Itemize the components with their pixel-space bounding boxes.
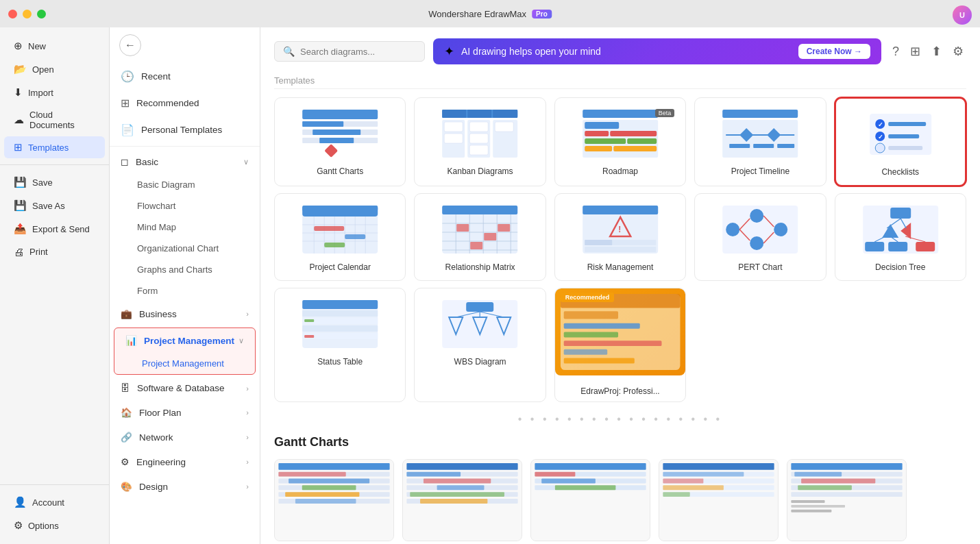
basic-chevron: ∨ — [243, 158, 249, 166]
template-row-1: Gantt Charts — [274, 97, 966, 186]
svg-rect-128 — [563, 358, 634, 364]
left-panel-recent[interactable]: 🕒 Recent — [110, 63, 260, 90]
svg-rect-11 — [493, 110, 518, 118]
section-engineering[interactable]: ⚙ Engineering › — [110, 449, 260, 474]
ai-banner[interactable]: ✦ AI drawing helps open your mind Create… — [433, 38, 881, 64]
settings-icon[interactable]: ⚙ — [950, 41, 966, 62]
cloud-icon: ☁ — [14, 114, 24, 126]
gantt-thumb-4[interactable] — [659, 459, 779, 541]
svg-rect-41 — [888, 122, 926, 126]
svg-rect-49 — [302, 206, 378, 211]
svg-point-87 — [750, 236, 763, 250]
search-box[interactable]: 🔍 — [274, 41, 425, 62]
svg-rect-112 — [304, 319, 314, 322]
sub-mindmap[interactable]: Mind Map — [110, 217, 260, 238]
template-edrawproj[interactable]: Recommended EdrawProj: Professi... — [554, 288, 686, 402]
template-checklists[interactable]: ✓ ✓ Checklists — [835, 97, 966, 186]
section-project[interactable]: 📊 Project Management ∨ — [114, 328, 255, 353]
close-button[interactable] — [8, 10, 17, 18]
svg-rect-13 — [445, 122, 463, 132]
template-calendar[interactable]: Project Calendar — [274, 193, 406, 281]
saveas-icon: 💾 — [14, 199, 27, 212]
sidebar-item-import[interactable]: ⬇ Import — [4, 82, 105, 103]
left-panel-personal[interactable]: 📄 Personal Templates — [110, 116, 260, 143]
calendar-img — [283, 202, 397, 257]
network-icon: 🔗 — [121, 432, 132, 443]
pert-title: PERT Chart — [738, 262, 782, 272]
recent-icon: 🕒 — [121, 70, 134, 83]
floorplan-chevron: › — [246, 408, 249, 417]
svg-rect-109 — [302, 325, 378, 332]
sidebar-item-cloud[interactable]: ☁ Cloud Documents — [4, 105, 105, 135]
main-content: 🔍 ✦ AI drawing helps open your mind Crea… — [260, 27, 980, 544]
sidebar-item-open[interactable]: 📂 Open — [4, 58, 105, 80]
svg-rect-27 — [627, 138, 657, 144]
minimize-button[interactable] — [23, 10, 32, 18]
svg-rect-82 — [585, 240, 612, 245]
section-basic[interactable]: ◻ Basic ∨ — [110, 149, 260, 174]
sub-flowchart[interactable]: Flowchart — [110, 195, 260, 217]
section-network[interactable]: 🔗 Network › — [110, 425, 260, 449]
svg-rect-162 — [663, 463, 774, 470]
gantt-thumb-3[interactable] — [530, 459, 650, 541]
template-roadmap[interactable]: Beta Roadmap — [554, 97, 686, 186]
risk-img: ! — [563, 202, 677, 257]
template-decision[interactable]: Decision Tree — [835, 193, 966, 281]
svg-rect-158 — [541, 478, 596, 483]
roadmap-img: Beta — [563, 106, 677, 161]
import-icon: ⬇ — [14, 86, 23, 99]
svg-rect-10 — [468, 110, 492, 118]
section-design[interactable]: 🎨 Design › — [110, 474, 260, 499]
sidebar-item-export[interactable]: 📤 Export & Send — [4, 218, 105, 240]
create-now-button[interactable]: Create Now → — [798, 44, 870, 59]
maximize-button[interactable] — [37, 10, 46, 18]
sidebar-item-save[interactable]: 💾 Save — [4, 171, 105, 193]
section-software[interactable]: 🗄 Software & Database › — [110, 376, 260, 400]
new-icon: ⊕ — [14, 40, 23, 52]
sub-form[interactable]: Form — [110, 280, 260, 301]
svg-rect-168 — [663, 485, 724, 490]
sidebar-item-saveas[interactable]: 💾 Save As — [4, 195, 105, 217]
template-gantt[interactable]: Gantt Charts — [274, 97, 406, 186]
back-button[interactable]: ← — [119, 34, 141, 56]
floorplan-icon: 🏠 — [121, 407, 132, 418]
template-matrix[interactable]: Relationship Matrix — [414, 193, 546, 281]
sidebar-item-account[interactable]: 👤 Account — [4, 491, 105, 513]
template-timeline[interactable]: Project Timeline — [694, 97, 826, 186]
sub-graphs[interactable]: Graphs and Charts — [110, 259, 260, 280]
sub-orgchart[interactable]: Organizational Chart — [110, 238, 260, 259]
sidebar-item-print[interactable]: 🖨 Print — [4, 241, 105, 262]
sidebar-item-options[interactable]: ⚙ Options — [4, 515, 105, 536]
layout-icon[interactable]: ⊞ — [907, 41, 923, 62]
gantt-thumb-1[interactable] — [274, 459, 394, 541]
svg-rect-2 — [302, 121, 343, 127]
template-wbs[interactable]: WBS Diagram — [414, 288, 546, 402]
share-icon[interactable]: ⬆ — [929, 41, 944, 62]
help-icon[interactable]: ? — [890, 42, 902, 62]
template-risk[interactable]: ! Risk Management — [554, 193, 686, 281]
edrawproj-img: Recommended — [555, 288, 685, 375]
user-avatar[interactable]: U — [953, 5, 972, 25]
svg-rect-126 — [563, 341, 661, 346]
roadmap-title: Roadmap — [602, 166, 638, 176]
search-input[interactable] — [300, 47, 416, 57]
svg-rect-130 — [278, 463, 389, 470]
gantt-thumb-2[interactable] — [402, 459, 522, 541]
svg-rect-23 — [585, 122, 619, 129]
section-floorplan[interactable]: 🏠 Floor Plan › — [110, 400, 260, 425]
template-kanban[interactable]: Kanban Diagrams — [414, 97, 546, 186]
sub-basic-diagram[interactable]: Basic Diagram — [110, 174, 260, 195]
recommended-icon: ⊞ — [121, 97, 130, 110]
sub-project-management[interactable]: Project Management — [114, 353, 255, 374]
template-status[interactable]: Status Table — [274, 288, 406, 402]
svg-rect-16 — [470, 122, 489, 132]
left-panel-recommended[interactable]: ⊞ Recommended — [110, 90, 260, 116]
template-pert[interactable]: PERT Chart — [694, 193, 826, 281]
ai-banner-text: AI drawing helps open your mind — [461, 46, 601, 57]
svg-rect-74 — [485, 233, 497, 240]
sidebar-item-templates[interactable]: ⊞ Templates — [4, 136, 105, 158]
section-business[interactable]: 💼 Business › — [110, 301, 260, 326]
gantt-thumb-5[interactable] — [787, 459, 907, 541]
svg-rect-180 — [791, 500, 824, 503]
sidebar-item-new[interactable]: ⊕ New — [4, 35, 105, 57]
